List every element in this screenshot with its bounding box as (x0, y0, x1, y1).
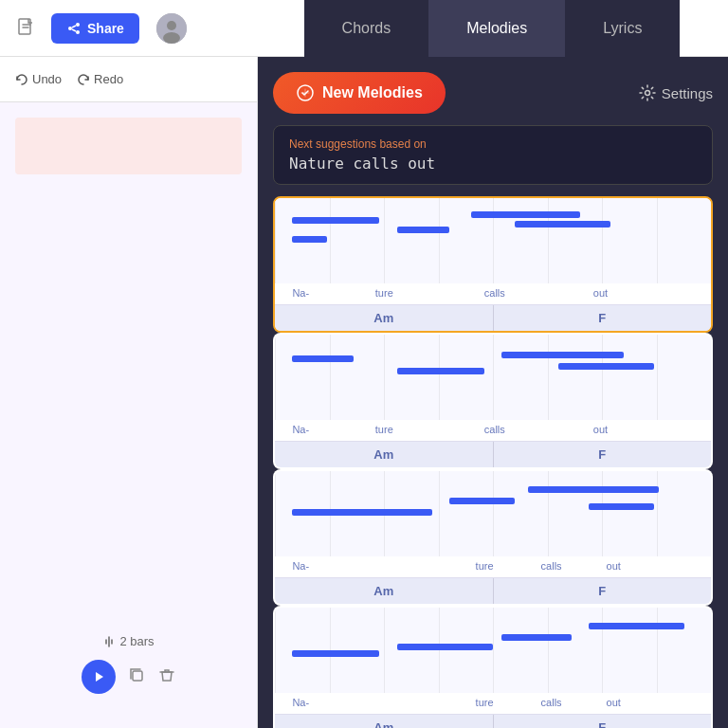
note-1 (397, 644, 493, 650)
note-2 (501, 634, 572, 641)
controls-row (82, 660, 176, 694)
main: Undo Redo 2 bars (0, 57, 728, 728)
note-3 (292, 236, 327, 243)
header: Share Chords Melodies Lyrics (0, 0, 728, 57)
lyric-2: calls (541, 560, 562, 572)
note-0 (292, 650, 379, 657)
pianoroll-2 (275, 335, 711, 420)
lyrics-row-2: Na-turecallsout (275, 420, 711, 441)
tab-chords[interactable]: Chords (304, 0, 429, 57)
header-left: Share (11, 13, 267, 44)
share-button[interactable]: Share (51, 13, 139, 44)
lyric-3: out (593, 424, 608, 435)
svg-line-5 (72, 29, 76, 31)
chord-cell-0: Am (275, 305, 493, 331)
lyric-0: Na- (292, 560, 309, 572)
lyric-1: ture (375, 424, 393, 435)
right-panel: New Melodies Settings Next suggestions b… (258, 57, 728, 728)
new-melodies-button[interactable]: New Melodies (273, 72, 446, 114)
chord-cell-0: Am (275, 715, 493, 728)
note-0 (292, 509, 431, 516)
chord-cell-1: F (493, 578, 712, 604)
pianoroll-4 (275, 608, 711, 693)
lyrics-row-1: Na-turecallsout (275, 283, 711, 304)
undo-button[interactable]: Undo (15, 72, 62, 86)
lyric-3: out (593, 287, 608, 299)
delete-button[interactable] (157, 665, 176, 689)
svg-line-4 (72, 26, 76, 27)
note-3 (589, 503, 654, 510)
copy-button[interactable] (127, 665, 146, 689)
note-1 (397, 368, 484, 374)
note-3 (589, 623, 684, 629)
svg-point-1 (68, 27, 72, 30)
pianoroll-3 (275, 471, 711, 556)
svg-marker-9 (96, 672, 103, 682)
svg-point-8 (163, 32, 180, 44)
suggestion-text: Nature calls out (289, 155, 697, 173)
svg-point-7 (167, 21, 176, 30)
melody-card-3[interactable]: Na-turecallsoutAmF (273, 469, 713, 606)
lyric-2: calls (484, 424, 505, 435)
svg-point-12 (645, 91, 649, 96)
chord-bar-4: AmF (275, 714, 711, 728)
lyric-0: Na- (292, 697, 309, 708)
lyrics-row-3: Na-turecallsout (275, 556, 711, 577)
lyric-3: out (607, 697, 621, 708)
note-2 (501, 352, 624, 358)
sidebar-content: 2 bars (0, 102, 257, 728)
svg-rect-10 (133, 671, 142, 681)
lyric-1: ture (375, 287, 393, 299)
note-2 (528, 486, 659, 493)
melody-cards: Na-turecallsoutAmFNa-turecallsoutAmFNa-t… (273, 196, 713, 728)
settings-button[interactable]: Settings (639, 84, 713, 101)
lyric-2: calls (541, 697, 562, 708)
note-0 (292, 355, 353, 362)
chord-bar-1: AmF (275, 304, 711, 331)
share-label: Share (87, 21, 124, 36)
lyric-0: Na- (292, 287, 309, 299)
document-icon (11, 13, 42, 44)
note-3 (558, 363, 654, 370)
undo-label: Undo (32, 72, 62, 86)
suggestion-box: Next suggestions based on Nature calls o… (273, 125, 713, 185)
sidebar: Undo Redo 2 bars (0, 57, 258, 728)
bars-label: 2 bars (102, 634, 154, 648)
note-1 (397, 227, 449, 233)
new-melodies-label: New Melodies (322, 84, 423, 101)
redo-button[interactable]: Redo (77, 72, 123, 86)
lyric-3: out (607, 560, 621, 572)
lyric-2: calls (484, 287, 505, 299)
tab-lyrics[interactable]: Lyrics (565, 0, 680, 57)
chord-cell-0: Am (275, 578, 493, 604)
chord-cell-0: Am (275, 442, 493, 467)
play-button[interactable] (82, 660, 116, 694)
suggestion-prefix: Next suggestions based on (289, 137, 697, 151)
note-0 (292, 217, 379, 224)
lyrics-row-4: Na-turecallsout (275, 693, 711, 714)
note-1 (449, 498, 515, 504)
chord-bar-3: AmF (275, 577, 711, 604)
svg-point-2 (76, 23, 80, 27)
lyric-1: ture (476, 697, 494, 708)
melody-card-4[interactable]: Na-turecallsoutAmF (273, 606, 713, 728)
melody-card-1[interactable]: Na-turecallsoutAmF (273, 196, 713, 333)
svg-point-3 (76, 30, 80, 34)
chord-cell-1: F (493, 305, 712, 331)
avatar (156, 13, 187, 44)
melody-card-2[interactable]: Na-turecallsoutAmF (273, 333, 713, 469)
pink-block (15, 118, 242, 174)
toolbar: Undo Redo (0, 57, 257, 102)
action-row: New Melodies Settings (273, 72, 713, 114)
tab-melodies[interactable]: Melodies (428, 0, 565, 57)
note-4 (515, 221, 610, 228)
pianoroll-1 (275, 198, 711, 283)
settings-label: Settings (662, 85, 713, 101)
chord-cell-1: F (493, 715, 712, 728)
lyric-1: ture (476, 560, 494, 572)
lyric-0: Na- (292, 424, 309, 435)
chord-bar-2: AmF (275, 441, 711, 467)
tabs: Chords Melodies Lyrics (267, 0, 717, 57)
chord-cell-1: F (493, 442, 712, 467)
redo-label: Redo (94, 72, 123, 86)
